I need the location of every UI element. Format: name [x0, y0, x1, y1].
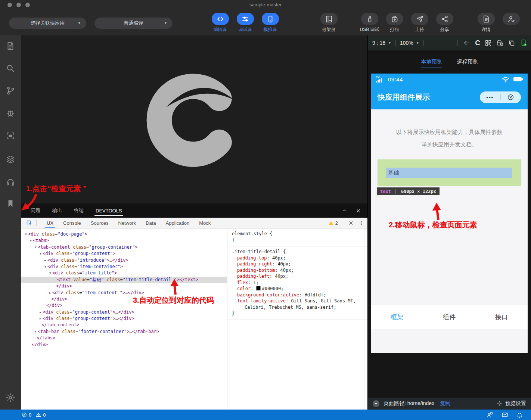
- inspector-tab-console[interactable]: Console: [58, 218, 86, 228]
- warnings-indicator[interactable]: 0: [36, 412, 46, 418]
- bell-icon[interactable]: [516, 412, 523, 418]
- more-menu-icon[interactable]: •••: [480, 94, 500, 100]
- dom-tree-node[interactable]: ▼<div class="item-container">: [21, 264, 227, 270]
- dom-tree-node[interactable]: ▶<div class="introduce">…</div>: [21, 257, 227, 264]
- inspector-tab-ux[interactable]: UX: [42, 218, 58, 228]
- copy-icon[interactable]: [508, 40, 515, 47]
- phone-tab-组件[interactable]: 组件: [443, 313, 456, 321]
- tool-button-account[interactable]: [499, 13, 524, 33]
- dom-tree-node[interactable]: ▶<div class="group-content">…</div>: [21, 315, 227, 322]
- tool-button-sliders[interactable]: 调试器: [233, 13, 258, 33]
- mail-icon[interactable]: [502, 411, 508, 418]
- titlebar: sample-master: [0, 0, 531, 10]
- sidebar-item-settings[interactable]: [6, 393, 15, 402]
- inspector-tab-network[interactable]: Network: [113, 218, 141, 228]
- tool-button-code[interactable]: 编辑器: [208, 13, 233, 33]
- sidebar-item-bookmark[interactable]: [6, 199, 15, 208]
- account-icon: [507, 15, 516, 24]
- expand-up-icon[interactable]: [373, 400, 379, 407]
- dom-tree-node[interactable]: ▶<div class="group-content">…</div>: [21, 309, 227, 315]
- sidebar-item-headset[interactable]: [6, 177, 15, 187]
- editor-area: [21, 35, 367, 203]
- sidebar-item-bug[interactable]: [6, 108, 15, 118]
- link-quickapp-dropdown[interactable]: 选择关联快应用 ▼: [9, 18, 86, 29]
- gear-icon: [497, 401, 503, 407]
- compile-mode-dropdown[interactable]: 普通编译 ▼: [94, 18, 173, 29]
- dom-tree-node[interactable]: ▼<div class="group-content">: [21, 251, 227, 257]
- feedback-icon[interactable]: [487, 411, 493, 418]
- devtools-panel: 问题输出终端DEVTOOLS UXConsoleSourcesNetworkDa…: [21, 203, 367, 410]
- css-rule[interactable]: .item-title-detail {padding-top: 40px;pa…: [227, 246, 367, 320]
- refresh-icon[interactable]: C: [475, 39, 480, 46]
- devtools-menu-icon[interactable]: ⋮: [359, 220, 364, 226]
- dom-tree-node[interactable]: </tabs>: [21, 335, 227, 341]
- inspector-tab-application[interactable]: Application: [161, 218, 195, 228]
- close-app-icon[interactable]: [501, 94, 521, 101]
- tool-label: 分享: [440, 27, 449, 33]
- panel-tab-输出[interactable]: 输出: [52, 203, 62, 218]
- report-icon[interactable]: [496, 39, 504, 47]
- dom-tree-node[interactable]: </div>: [21, 283, 227, 289]
- quickapp-logo: [146, 71, 243, 168]
- dom-tree-node[interactable]: ▶<tab-bar class="footer-container">…</ta…: [21, 329, 227, 335]
- css-rule[interactable]: element.style {}: [227, 228, 367, 246]
- inspect-element-icon[interactable]: [26, 220, 32, 226]
- error-count: 0: [29, 412, 31, 418]
- sidebar-item-git[interactable]: [6, 86, 15, 96]
- phone-tab-接口[interactable]: 接口: [495, 313, 508, 321]
- tool-label: USB 调试: [360, 27, 379, 33]
- preview-tab-remote[interactable]: 远程预览: [456, 57, 479, 67]
- tooltip-size: 690px × 122px: [401, 189, 436, 194]
- copy-path-link[interactable]: 复制: [440, 400, 450, 407]
- preview-tab-local[interactable]: 本地预览: [420, 57, 443, 67]
- sidebar-item-layers[interactable]: [6, 155, 15, 164]
- tool-button-usb[interactable]: USB 调试: [357, 13, 382, 33]
- tool-label: 骨架屏: [322, 27, 336, 33]
- aspect-ratio-select[interactable]: 9 : 16: [372, 40, 385, 46]
- tool-button-package[interactable]: 打包: [382, 13, 407, 33]
- inspect-highlight[interactable]: 基础: [386, 168, 512, 178]
- qrcode-icon[interactable]: [485, 40, 492, 47]
- tool-button-send[interactable]: 上传: [407, 13, 432, 33]
- dom-tree-node[interactable]: </tab-content>: [21, 322, 227, 328]
- styles-pane: element.style {}.item-title-detail {padd…: [227, 228, 367, 410]
- preview-settings-button[interactable]: 预览设置: [497, 400, 526, 407]
- device-connected-icon[interactable]: [520, 39, 527, 47]
- dropdown-label: 选择关联快应用: [31, 20, 65, 27]
- devtools-settings-icon[interactable]: [348, 220, 354, 226]
- zoom-level-select[interactable]: 100%: [400, 40, 413, 46]
- item-title-block[interactable]: 基础: [378, 159, 521, 186]
- skeleton-icon: [324, 15, 333, 24]
- phone-tab-框架[interactable]: 框架: [391, 313, 403, 321]
- warning-icon[interactable]: 2: [328, 220, 338, 226]
- collapse-panel-icon[interactable]: [342, 208, 347, 213]
- dom-tree-node[interactable]: </div>: [21, 342, 227, 348]
- tool-button-doc[interactable]: 详情: [473, 13, 499, 33]
- panel-tab-终端[interactable]: 终端: [74, 203, 84, 218]
- sidebar-item-file[interactable]: [6, 41, 15, 51]
- panel-tab-DEVTOOLS[interactable]: DEVTOOLS: [96, 203, 122, 218]
- errors-indicator[interactable]: 0: [22, 412, 31, 418]
- tool-button-phone[interactable]: 模拟器: [258, 13, 283, 33]
- dom-tree-node[interactable]: ▼<div class="item-title">: [21, 270, 227, 276]
- simulator-toolbar: 9 : 16 ▼ 100% ▼ C: [368, 35, 531, 50]
- tool-button-skeleton[interactable]: 骨架屏: [316, 13, 341, 33]
- dom-tree-selected-node[interactable]: <text value="基础" class="item-title-detai…: [21, 277, 227, 283]
- tool-button-share[interactable]: 分享: [432, 13, 457, 33]
- sidebar-item-search[interactable]: [6, 63, 15, 73]
- dom-tree-node[interactable]: ▼<tabs>: [21, 237, 227, 244]
- dom-tree-node[interactable]: ▼<div class="doc-page">: [21, 231, 227, 237]
- sidebar-item-frame[interactable]: [6, 131, 15, 141]
- close-panel-icon[interactable]: [356, 208, 361, 213]
- inspector-tab-mock[interactable]: Mock: [194, 218, 215, 228]
- package-icon: [390, 15, 399, 24]
- inspector-tab-data[interactable]: Data: [141, 218, 161, 228]
- inspector-tab-sources[interactable]: Sources: [86, 218, 114, 228]
- inspect-size-tooltip: text 690px × 122px: [377, 187, 440, 195]
- back-icon[interactable]: [463, 39, 471, 47]
- tool-label: 模拟器: [264, 27, 277, 33]
- annotation-step2: 2.移动鼠标，检查页面元素: [389, 220, 477, 230]
- tool-group-skeleton: 骨架屏: [316, 13, 341, 33]
- color-swatch[interactable]: [256, 286, 261, 290]
- dom-tree-node[interactable]: ▼<tab-content class="group-container">: [21, 244, 227, 251]
